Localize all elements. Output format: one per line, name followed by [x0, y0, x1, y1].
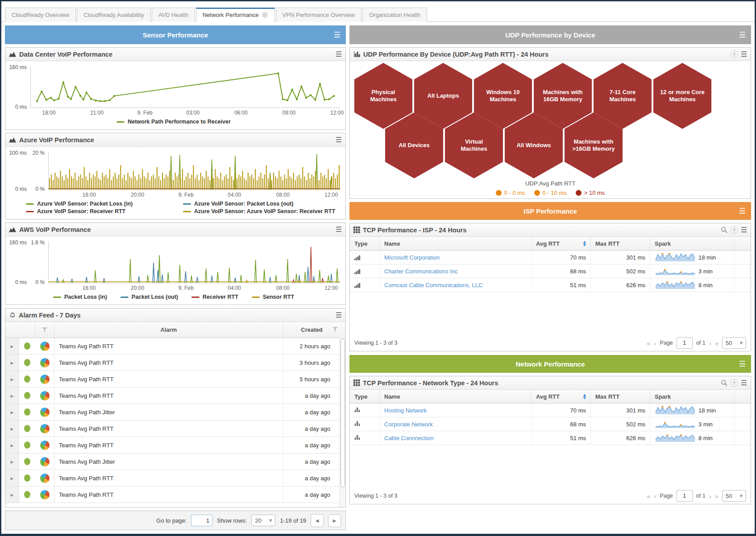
- show-rows-select[interactable]: 20 ▼: [251, 515, 275, 526]
- hamburger-icon[interactable]: ☰: [336, 50, 342, 58]
- expand-row-icon[interactable]: ▸: [5, 371, 19, 387]
- first-page-icon[interactable]: «: [647, 492, 650, 500]
- hamburger-icon[interactable]: ☰: [739, 30, 746, 39]
- status-dot: [24, 408, 30, 416]
- alarm-table-row[interactable]: ▸Teams Avg Path RTT2 hours ago: [5, 338, 345, 355]
- hamburger-icon[interactable]: ☰: [739, 206, 746, 215]
- table-row-link[interactable]: Cable Connnection: [384, 435, 434, 441]
- last-page-icon[interactable]: »: [715, 339, 719, 347]
- hamburger-icon[interactable]: ☰: [741, 379, 747, 387]
- y-axis-min-label: 0 ms: [15, 279, 27, 285]
- legend-label: 0 - 10 ms: [543, 190, 567, 196]
- expand-row-icon[interactable]: ▸: [5, 404, 19, 420]
- tab-vpn-performance-overview[interactable]: VPN Performance Overview: [276, 8, 362, 22]
- legend-marker-icon: [183, 203, 191, 205]
- expand-row-icon[interactable]: ▸: [5, 437, 19, 453]
- alarm-table-row[interactable]: ▸Teams Avg Path Jittera day ago: [5, 404, 345, 421]
- search-icon[interactable]: [721, 379, 728, 387]
- signal-bars-icon: [354, 282, 375, 288]
- hamburger-icon[interactable]: ☰: [336, 311, 342, 319]
- tab-cloudready-availability[interactable]: CloudReady Availability: [77, 8, 151, 22]
- alarm-table-row[interactable]: ▸Teams Avg Path RTT5 hours ago: [5, 371, 345, 388]
- vertical-scrollbar[interactable]: [340, 338, 345, 507]
- created-column-header[interactable]: Created: [283, 322, 340, 338]
- legend-marker-icon: [252, 297, 260, 298]
- prev-page-icon[interactable]: ‹: [654, 492, 656, 500]
- next-page-icon[interactable]: ›: [709, 492, 711, 500]
- help-icon[interactable]: ?: [731, 50, 738, 58]
- next-page-button[interactable]: ▶: [328, 514, 341, 527]
- hamburger-icon[interactable]: ☰: [741, 50, 747, 58]
- alarm-table-row[interactable]: ▸Teams Avg Path RTTa day ago: [5, 388, 345, 404]
- page-size-select[interactable]: 50 ▼: [722, 337, 746, 349]
- max-rtt-value: 301 ms: [591, 251, 650, 264]
- alarm-table-row[interactable]: ▸Teams Avg Path RTTa day ago: [5, 437, 345, 454]
- alarm-table-row[interactable]: ▸Teams Avg Path RTTa day ago: [5, 470, 345, 487]
- hamburger-icon[interactable]: ☰: [739, 359, 746, 368]
- goto-page-input[interactable]: [191, 515, 212, 526]
- table-row: Cable Connnection51 ms626 ms8 min: [350, 431, 751, 445]
- sort-icon[interactable]: ▲▼: [583, 240, 586, 247]
- alarm-table-row[interactable]: ▸Teams Avg Path RTTa day ago: [5, 487, 345, 503]
- next-page-icon[interactable]: ›: [709, 339, 711, 347]
- column-header-avg-rtt[interactable]: Avg RTT▲▼: [532, 390, 591, 404]
- help-icon[interactable]: ?: [731, 379, 738, 387]
- help-icon[interactable]: ?: [731, 226, 738, 234]
- page-size-select[interactable]: 50 ▼: [722, 490, 746, 502]
- tab-label: Network Performance: [203, 12, 259, 18]
- table-row-link[interactable]: Microsoft Corporation: [384, 254, 440, 261]
- expand-row-icon[interactable]: ▸: [5, 355, 19, 371]
- column-header-avg-rtt[interactable]: Avg RTT▲▼: [532, 237, 591, 251]
- alarm-table-row[interactable]: ▸Teams Avg Path RTTa day ago: [5, 421, 345, 437]
- network-tree-icon: [354, 421, 375, 427]
- hamburger-icon[interactable]: ☰: [741, 226, 747, 234]
- page-input[interactable]: [677, 337, 693, 349]
- search-icon[interactable]: [721, 227, 728, 234]
- alarm-table-row[interactable]: ▸Teams Avg Path Jittera day ago: [5, 454, 345, 470]
- gear-icon[interactable]: [262, 12, 268, 18]
- column-header-spark: Spark: [650, 237, 735, 251]
- column-header-max-rtt: Max RTT: [591, 390, 650, 404]
- chevron-down-icon: ▼: [269, 519, 272, 523]
- prev-page-button[interactable]: ◀: [311, 514, 324, 527]
- sort-icon[interactable]: ▲▼: [583, 393, 586, 400]
- scrollbar-thumb[interactable]: [341, 338, 345, 487]
- legend-label: Azure VoIP Sensor: Azure VoIP Sensor: Re…: [194, 208, 335, 214]
- expand-row-icon[interactable]: ▸: [5, 388, 19, 404]
- last-page-icon[interactable]: »: [715, 492, 719, 500]
- table-row-link[interactable]: Comcast Cable Communications, LLC: [384, 282, 482, 289]
- legend-label: Azure VoIP Sensor: Receiver RTT: [37, 208, 125, 214]
- first-page-icon[interactable]: «: [647, 339, 650, 347]
- spark-duration: 3 min: [698, 421, 713, 428]
- expand-row-icon[interactable]: ▸: [5, 421, 19, 437]
- sparkline-chart: [655, 266, 696, 276]
- azure-voip-legend: Azure VoIP Sensor: Packet Loss (in)Azure…: [7, 198, 340, 218]
- filter-funnel-icon[interactable]: [42, 327, 48, 333]
- expand-row-icon[interactable]: ▸: [5, 454, 19, 470]
- expand-row-icon[interactable]: ▸: [5, 487, 19, 503]
- x-tick-label: 04:00: [228, 192, 241, 198]
- avg-rtt-value: 70 ms: [532, 404, 591, 417]
- tab-organization-health[interactable]: Organization Health: [362, 8, 427, 22]
- filter-funnel-icon[interactable]: [332, 326, 338, 332]
- hamburger-icon[interactable]: ☰: [334, 30, 341, 39]
- legend-label: Packet Loss (in): [64, 294, 107, 300]
- tab-network-performance[interactable]: Network Performance: [196, 8, 275, 22]
- hamburger-icon[interactable]: ☰: [336, 225, 342, 234]
- legend-marker-icon: [183, 211, 191, 212]
- hamburger-icon[interactable]: ☰: [336, 136, 342, 144]
- prev-page-icon[interactable]: ‹: [654, 339, 656, 347]
- expand-row-icon[interactable]: ▸: [5, 470, 19, 486]
- table-row-link[interactable]: Corporate Network: [384, 421, 433, 428]
- page-input[interactable]: [677, 490, 693, 502]
- table-row-link[interactable]: Hosting Network: [384, 407, 427, 414]
- alarm-column-header[interactable]: Alarm: [54, 326, 283, 333]
- table-row: Hosting Network70 ms301 ms18 min: [350, 404, 751, 417]
- tab-cloudready-overview[interactable]: CloudReady Overview: [5, 8, 76, 22]
- tab-avd-health[interactable]: AVD Health: [152, 8, 195, 22]
- udp-legend: 0 - 0 ms0 - 10 ms> 10 ms: [350, 190, 751, 196]
- table-row-link[interactable]: Charter Communications Inc: [384, 268, 458, 275]
- expand-row-icon[interactable]: ▸: [5, 338, 19, 354]
- status-dot: [24, 392, 30, 399]
- alarm-table-row[interactable]: ▸Teams Avg Path RTT3 hours ago: [5, 355, 345, 371]
